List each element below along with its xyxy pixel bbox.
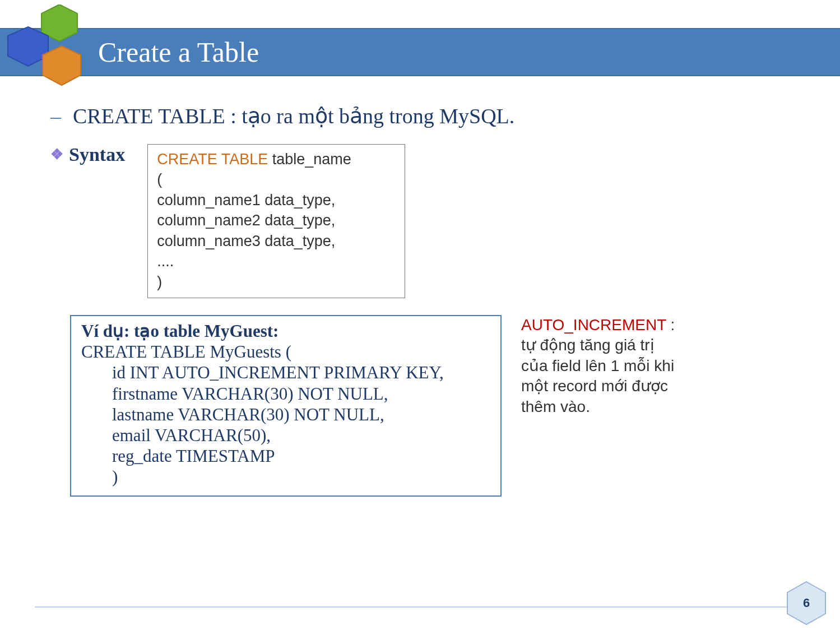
note-keyword: AUTO_INCREMENT <box>521 316 666 333</box>
syntax-dots: .... <box>157 251 396 271</box>
title-bar: Create a Table <box>0 28 840 76</box>
example-row: Ví dụ: tạo table MyGuest: CREATE TABLE M… <box>50 315 812 497</box>
syntax-after-kw: table_name <box>268 151 351 168</box>
diamond-bullet-icon: ❖ <box>50 144 63 165</box>
syntax-row: ❖ Syntax CREATE TABLE table_name ( colum… <box>50 144 812 298</box>
syntax-box: CREATE TABLE table_name ( column_name1 d… <box>147 144 405 298</box>
example-title: Ví dụ: tạo table MyGuest: <box>81 321 490 341</box>
bullet-create-table: – CREATE TABLE : tạo ra một bảng trong M… <box>50 104 812 128</box>
page-number: 6 <box>803 596 810 610</box>
syntax-line-1: CREATE TABLE table_name <box>157 149 396 169</box>
syntax-label-text: Syntax <box>69 144 125 165</box>
auto-increment-note: AUTO_INCREMENT : tự động tăng giá trị củ… <box>521 315 684 417</box>
example-line-1: id INT AUTO_INCREMENT PRIMARY KEY, <box>81 362 490 383</box>
page-number-badge: 6 <box>784 581 829 626</box>
dash-icon: – <box>50 104 73 128</box>
bullet-text: CREATE TABLE : tạo ra một bảng trong MyS… <box>73 104 514 128</box>
syntax-col2: column_name2 data_type, <box>157 210 396 230</box>
syntax-open-paren: ( <box>157 169 396 189</box>
example-box: Ví dụ: tạo table MyGuest: CREATE TABLE M… <box>70 315 502 497</box>
slide-title: Create a Table <box>98 36 259 68</box>
syntax-close-paren: ) <box>157 272 396 292</box>
example-line-5: reg_date TIMESTAMP <box>81 446 490 466</box>
syntax-label: ❖ Syntax <box>50 144 125 165</box>
syntax-col3: column_name3 data_type, <box>157 231 396 251</box>
example-line-6: ) <box>81 466 490 487</box>
bottom-divider <box>35 606 823 608</box>
syntax-col1: column_name1 data_type, <box>157 190 396 210</box>
example-line-0: CREATE TABLE MyGuests ( <box>81 341 490 362</box>
syntax-keyword: CREATE TABLE <box>157 151 268 168</box>
slide-content: – CREATE TABLE : tạo ra một bảng trong M… <box>50 104 812 497</box>
example-line-4: email VARCHAR(50), <box>81 425 490 446</box>
example-line-3: lastname VARCHAR(30) NOT NULL, <box>81 404 490 425</box>
example-line-2: firstname VARCHAR(30) NOT NULL, <box>81 383 490 404</box>
